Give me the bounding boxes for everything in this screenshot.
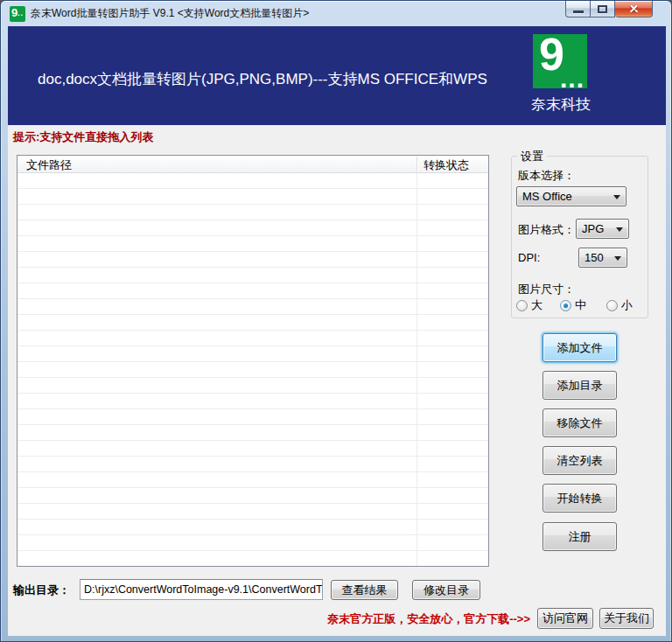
output-dir-label: 输出目录： (13, 583, 70, 598)
close-icon (628, 3, 640, 15)
dpi-value: 150 (584, 251, 604, 264)
titlebar[interactable]: 9.. 奈末Word批量转图片助手 V9.1 <支持Word文档批量转图片> (1, 1, 671, 26)
close-button[interactable] (615, 1, 653, 17)
column-divider-body (416, 173, 417, 566)
about-us-button[interactable]: 关于我们 (599, 608, 654, 629)
column-divider (416, 157, 417, 171)
settings-group-label: 设置 (517, 149, 547, 164)
maximize-button[interactable] (591, 1, 615, 17)
maximize-icon (598, 5, 607, 13)
column-header-filepath[interactable]: 文件路径 (26, 157, 72, 173)
drag-drop-hint: 提示:支持文件直接拖入列表 (13, 129, 153, 145)
app-logo-icon: 9.. (10, 6, 25, 22)
radio-icon (560, 300, 571, 311)
add-folder-button[interactable]: 添加目录 (542, 371, 617, 400)
size-radio-small[interactable]: 小 (606, 297, 633, 313)
dpi-select[interactable]: 150 (578, 248, 627, 268)
chevron-down-icon (616, 227, 623, 232)
image-format-select[interactable]: JPG (576, 219, 629, 239)
chevron-down-icon (614, 256, 621, 261)
company-name: 奈末科技 (526, 94, 596, 115)
minimize-icon (573, 10, 584, 13)
window-title: 奈末Word批量转图片助手 V9.1 <支持Word文档批量转图片> (31, 1, 309, 26)
image-size-label: 图片尺寸： (518, 282, 575, 297)
file-list-header: 文件路径 转换状态 (18, 156, 488, 173)
file-list[interactable]: 文件路径 转换状态 (17, 155, 489, 567)
register-button[interactable]: 注册 (542, 522, 617, 551)
clear-list-button[interactable]: 清空列表 (542, 446, 617, 475)
app-window: 9.. 奈末Word批量转图片助手 V9.1 <支持Word文档批量转图片> d… (0, 0, 672, 642)
start-convert-button[interactable]: 开始转换 (542, 484, 617, 513)
column-header-status[interactable]: 转换状态 (424, 157, 469, 173)
chevron-down-icon (613, 195, 620, 199)
image-format-value: JPG (582, 222, 604, 235)
file-list-body[interactable] (18, 173, 488, 566)
company-logo-icon: 9 ... (533, 34, 587, 88)
official-promo-text: 奈末官方正版，安全放心，官方下载-->> (1, 611, 530, 627)
minimize-button[interactable] (565, 1, 591, 17)
output-dir-input[interactable]: D:\rjxz\ConvertWordToImage-v9.1\ConvertW… (80, 579, 323, 600)
modify-dir-button[interactable]: 修改目录 (412, 580, 480, 600)
view-results-button[interactable]: 查看结果 (331, 580, 398, 600)
header-banner: doc,docx文档批量转图片(JPG,PNG,BMP)---支持MS OFFI… (8, 26, 666, 125)
remove-files-button[interactable]: 移除文件 (542, 408, 617, 437)
radio-icon (606, 300, 618, 311)
window-controls (565, 1, 653, 17)
version-label: 版本选择： (518, 168, 575, 184)
radio-icon (516, 300, 528, 311)
add-files-button[interactable]: 添加文件 (542, 333, 617, 362)
version-select-value: MS Office (522, 190, 572, 203)
banner-text: doc,docx文档批量转图片(JPG,PNG,BMP)---支持MS OFFI… (38, 69, 487, 89)
size-radio-medium[interactable]: 中 (560, 297, 586, 313)
version-select[interactable]: MS Office (516, 186, 626, 206)
image-format-label: 图片格式： (518, 222, 575, 238)
visit-website-button[interactable]: 访问官网 (537, 608, 593, 629)
dpi-label: DPI: (518, 251, 540, 264)
size-radio-large[interactable]: 大 (516, 297, 542, 313)
